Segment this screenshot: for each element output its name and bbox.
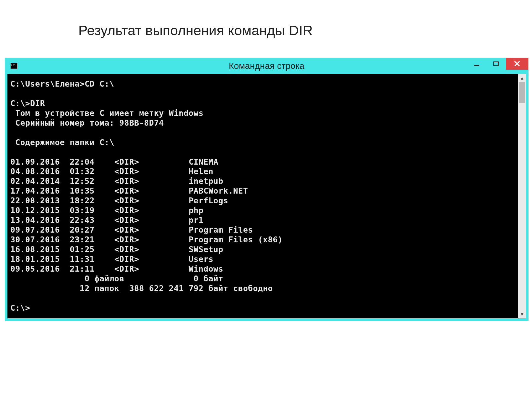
terminal-wrap: C:\Users\Елена>CD C:\ C:\>DIR Том в устр… [7,74,526,318]
close-button[interactable]: ✕ [506,58,528,70]
scroll-up-icon[interactable]: ▴ [518,74,526,82]
minimize-button[interactable] [467,58,486,70]
close-icon: ✕ [513,59,521,69]
page-heading: Результат выполнения команды DIR [78,22,313,38]
window-controls: ✕ [467,58,528,70]
scroll-thumb[interactable] [519,82,525,103]
title-bar[interactable]: Командная строка ✕ [5,58,528,74]
scroll-track[interactable] [518,82,526,310]
maximize-button[interactable] [486,58,506,70]
terminal-output[interactable]: C:\Users\Елена>CD C:\ C:\>DIR Том в устр… [7,74,526,318]
window-title: Командная строка [5,61,528,71]
vertical-scrollbar[interactable]: ▴ ▾ [518,74,526,318]
cmd-window: Командная строка ✕ C:\Users\Елена>CD C:\… [5,58,528,321]
cmd-icon [10,63,17,69]
scroll-down-icon[interactable]: ▾ [518,310,526,318]
